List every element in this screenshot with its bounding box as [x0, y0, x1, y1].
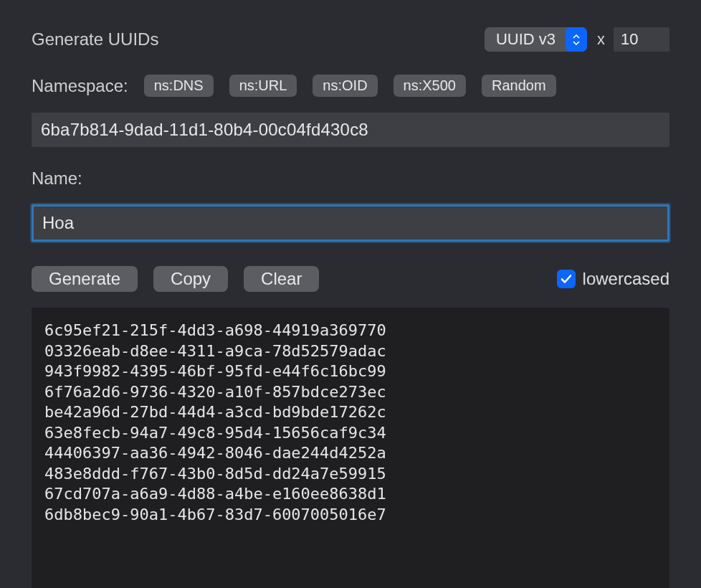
clear-button[interactable]: Clear [244, 266, 319, 292]
ns-preset-x500[interactable]: ns:X500 [394, 75, 466, 97]
name-input[interactable] [32, 204, 669, 242]
lowercased-label: lowercased [583, 269, 669, 289]
ns-preset-random[interactable]: Random [482, 75, 556, 97]
namespace-input[interactable] [32, 113, 669, 147]
uuid-version-select[interactable]: UUID v3 [485, 27, 587, 52]
copy-button[interactable]: Copy [153, 266, 228, 292]
name-label: Name: [32, 169, 669, 189]
generate-button[interactable]: Generate [32, 266, 138, 292]
ns-preset-oid[interactable]: ns:OID [313, 75, 377, 97]
ns-preset-dns[interactable]: ns:DNS [144, 75, 214, 97]
count-input[interactable] [614, 27, 669, 52]
multiplier-label: x [597, 30, 605, 49]
uuid-version-label: UUID v3 [485, 30, 566, 49]
page-title: Generate UUIDs [32, 29, 485, 49]
chevron-up-down-icon [566, 27, 587, 52]
check-icon [560, 272, 573, 285]
lowercased-checkbox[interactable] [557, 270, 576, 288]
uuid-output[interactable]: 6c95ef21-215f-4dd3-a698-44919a369770 033… [32, 308, 669, 588]
ns-preset-url[interactable]: ns:URL [229, 75, 297, 97]
namespace-label: Namespace: [32, 76, 128, 96]
